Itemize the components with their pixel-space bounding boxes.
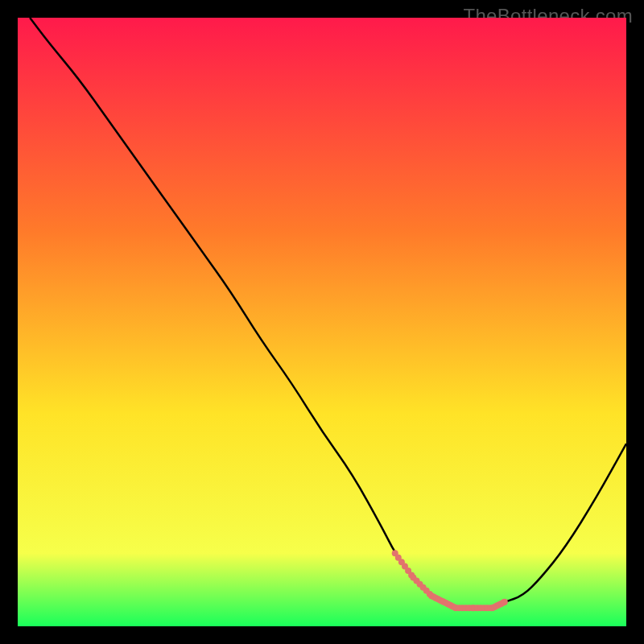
chart-svg (18, 18, 626, 626)
gradient-background (18, 18, 626, 626)
highlight-marker (502, 599, 508, 605)
chart-plot-area (18, 18, 626, 626)
chart-frame: TheBottleneck.com (0, 0, 644, 644)
